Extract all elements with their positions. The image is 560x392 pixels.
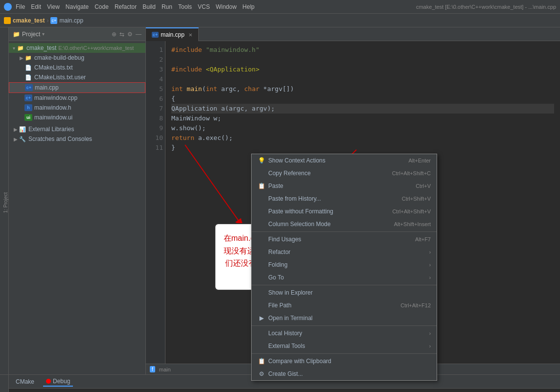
breadcrumb-separator: › bbox=[47, 17, 48, 24]
project-tree: ▾ 📁 cmake_test E:\0.other\C++work\cmake_… bbox=[9, 41, 145, 374]
breadcrumb-folder[interactable]: cmake_test bbox=[13, 17, 45, 24]
project-header-icons[interactable]: ⊕ ⇆ ⚙ — bbox=[112, 31, 141, 38]
close-panel-icon[interactable]: — bbox=[136, 31, 141, 38]
ctx-refactor-label: Refactor bbox=[268, 249, 290, 255]
sidebar-label-project[interactable]: 1: Project bbox=[3, 192, 8, 213]
ctx-local-hist-icon bbox=[257, 329, 265, 337]
ext-libs-icon: 📊 bbox=[19, 125, 26, 133]
menu-refactor[interactable]: Refactor bbox=[115, 3, 137, 10]
ctx-paste-nofmt-icon bbox=[257, 208, 265, 215]
scope-icon[interactable]: ⊕ bbox=[112, 31, 117, 38]
project-panel-header[interactable]: 📁 Project ▾ ⊕ ⇆ ⚙ — bbox=[9, 27, 145, 41]
menu-navigate[interactable]: Navigate bbox=[66, 3, 89, 10]
ctx-ext-tools-label: External Tools bbox=[268, 343, 305, 349]
breadcrumb-file[interactable]: main.cpp bbox=[59, 17, 83, 24]
code-line-8: MainWindow w; bbox=[171, 114, 554, 123]
ctx-copy-ref-icon bbox=[257, 169, 265, 177]
tree-item-label-main-cpp: main.cpp bbox=[35, 84, 59, 91]
ctx-paste-icon: 📋 bbox=[257, 182, 265, 190]
collapse-icon[interactable]: ⇆ bbox=[119, 31, 124, 38]
menu-view[interactable]: View bbox=[47, 3, 60, 10]
code-line-3: #include <QApplication> bbox=[171, 65, 554, 74]
function-badge: f bbox=[150, 366, 155, 372]
line-num-2: 2 bbox=[148, 55, 163, 65]
ctx-paste-history[interactable]: Paste from History... Ctrl+Shift+V bbox=[252, 192, 437, 205]
ctx-column-mode[interactable]: Column Selection Mode Alt+Shift+Insert bbox=[252, 218, 437, 231]
ctx-goto-label: Go To bbox=[268, 274, 284, 281]
ctx-paste[interactable]: 📋 Paste Ctrl+V bbox=[252, 180, 437, 192]
ctx-local-history[interactable]: Local History › bbox=[252, 327, 437, 340]
line-num-5: 5 bbox=[148, 84, 163, 94]
ctx-open-terminal[interactable]: ▶ Open in Terminal bbox=[252, 312, 437, 324]
ctx-divider-2 bbox=[252, 285, 437, 285]
mainwindow-ui-icon: ui bbox=[24, 114, 32, 121]
ctx-compare-icon: 📋 bbox=[257, 357, 265, 365]
tree-root[interactable]: ▾ 📁 cmake_test E:\0.other\C++work\cmake_… bbox=[9, 43, 145, 53]
menu-window[interactable]: Window bbox=[216, 3, 237, 10]
ctx-show-explorer[interactable]: Show in Explorer bbox=[252, 286, 437, 299]
tree-item-mainwindow-ui[interactable]: ui mainwindow.ui bbox=[9, 113, 145, 122]
line-num-8: 8 bbox=[148, 114, 163, 123]
ctx-compare-clipboard[interactable]: 📋 Compare with Clipboard bbox=[252, 355, 437, 368]
tree-item-scratches[interactable]: ▶ 🔧 Scratches and Consoles bbox=[9, 134, 145, 144]
code-line-1: #include "mainwindow.h" bbox=[171, 45, 554, 55]
tree-item-cmakelists[interactable]: 📄 CMakeLists.txt bbox=[9, 63, 145, 72]
menu-build[interactable]: Build bbox=[142, 3, 156, 10]
bottom-tab-debug[interactable]: Debug bbox=[43, 377, 73, 387]
project-panel: 📁 Project ▾ ⊕ ⇆ ⚙ — ▾ 📁 cmake_test E:\0.… bbox=[9, 27, 146, 374]
app-icon bbox=[4, 3, 12, 11]
tree-item-mainwindow-cpp[interactable]: c+ mainwindow.cpp bbox=[9, 93, 145, 103]
line-num-4: 4 bbox=[148, 74, 163, 84]
ctx-column-shortcut: Alt+Shift+Insert bbox=[394, 221, 431, 227]
code-line-7: QApplication a(argc, argv); bbox=[171, 104, 554, 114]
tab-main-cpp[interactable]: c+ main.cpp ✕ bbox=[146, 27, 199, 41]
menu-vcs[interactable]: VCS bbox=[198, 3, 210, 10]
menu-file[interactable]: File bbox=[16, 3, 25, 10]
ctx-show-context-actions[interactable]: 💡 Show Context Actions Alt+Enter bbox=[252, 154, 437, 167]
ctx-find-shortcut: Alt+F7 bbox=[415, 236, 431, 242]
tree-item-cmakelists-user[interactable]: 📄 CMakeLists.txt.user bbox=[9, 72, 145, 82]
ctx-column-icon bbox=[257, 220, 265, 228]
menu-help[interactable]: Help bbox=[242, 3, 255, 10]
tree-item-cmake-build[interactable]: ▶ 📁 cmake-build-debug bbox=[9, 53, 145, 63]
ctx-ext-tools-icon bbox=[257, 342, 265, 350]
tree-item-label-scratches: Scratches and Consoles bbox=[28, 136, 92, 142]
menu-code[interactable]: Code bbox=[94, 3, 109, 10]
tree-item-main-cpp[interactable]: c+ main.cpp bbox=[9, 82, 145, 93]
ctx-column-label: Column Selection Mode bbox=[268, 221, 330, 228]
project-header-text: Project bbox=[22, 31, 40, 38]
mainwindow-h-icon: h bbox=[24, 104, 32, 112]
line-num-7: 7 bbox=[148, 104, 163, 114]
ctx-goto[interactable]: Go To › bbox=[252, 271, 437, 284]
error-indicator bbox=[46, 379, 51, 384]
menu-tools[interactable]: Tools bbox=[178, 3, 192, 10]
tab-close-button[interactable]: ✕ bbox=[188, 32, 192, 38]
context-menu: 💡 Show Context Actions Alt+Enter Copy Re… bbox=[251, 154, 437, 381]
ctx-paste-label: Paste bbox=[268, 183, 283, 189]
menu-bar[interactable]: File Edit View Navigate Code Refactor Bu… bbox=[16, 3, 255, 10]
ctx-copy-reference[interactable]: Copy Reference Ctrl+Alt+Shift+C bbox=[252, 167, 437, 180]
ctx-find-usages[interactable]: Find Usages Alt+F7 bbox=[252, 233, 437, 246]
ctx-refactor[interactable]: Refactor › bbox=[252, 246, 437, 258]
bottom-tab-cmake[interactable]: CMake bbox=[13, 377, 37, 386]
tree-item-label-mainwindow-ui: mainwindow.ui bbox=[34, 114, 72, 121]
tree-item-label-cmakelists: CMakeLists.txt bbox=[34, 64, 73, 71]
ctx-create-gist[interactable]: ⚙ Create Gist... bbox=[252, 368, 437, 380]
line-num-10: 10 bbox=[148, 133, 163, 143]
menu-run[interactable]: Run bbox=[162, 3, 172, 10]
ctx-folding[interactable]: Folding › bbox=[252, 258, 437, 271]
settings-icon[interactable]: ⚙ bbox=[127, 31, 133, 38]
mainwindow-cpp-icon: c+ bbox=[24, 94, 32, 102]
ctx-paste-nofmt-shortcut: Ctrl+Alt+Shift+V bbox=[392, 208, 431, 214]
ctx-paste-no-format[interactable]: Paste without Formatting Ctrl+Alt+Shift+… bbox=[252, 205, 437, 218]
tree-item-external-libs[interactable]: ▶ 📊 External Libraries bbox=[9, 124, 145, 134]
ctx-file-path[interactable]: File Path Ctrl+Alt+F12 bbox=[252, 299, 437, 312]
tab-file-icon: c+ bbox=[152, 32, 159, 38]
cmake-build-folder-icon: 📁 bbox=[24, 54, 32, 62]
tree-item-label-ext-libs: External Libraries bbox=[28, 126, 74, 133]
menu-edit[interactable]: Edit bbox=[31, 3, 41, 10]
ctx-filepath-shortcut: Ctrl+Alt+F12 bbox=[400, 302, 431, 308]
ctx-external-tools[interactable]: External Tools › bbox=[252, 340, 437, 352]
line-num-1: 1 bbox=[148, 45, 163, 55]
tree-item-mainwindow-h[interactable]: h mainwindow.h bbox=[9, 103, 145, 113]
